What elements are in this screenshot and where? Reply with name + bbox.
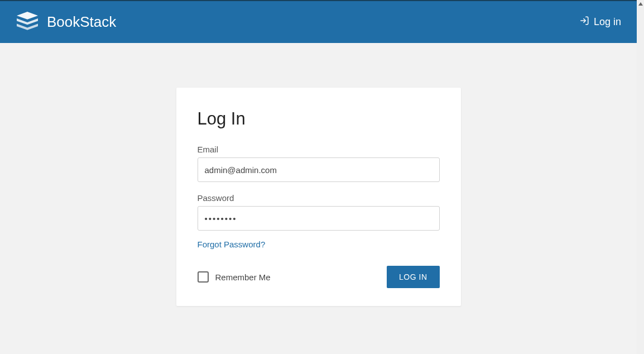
logo[interactable]: BookStack: [16, 12, 116, 33]
login-button[interactable]: LOG IN: [387, 266, 439, 288]
remember-me-toggle[interactable]: Remember Me: [198, 271, 271, 283]
remember-me-label: Remember Me: [215, 272, 271, 282]
email-label: Email: [198, 145, 440, 154]
forgot-password-link[interactable]: Forgot Password?: [198, 240, 266, 249]
login-title: Log In: [198, 109, 440, 129]
password-group: Password: [198, 193, 440, 240]
bookstack-logo-icon: [16, 12, 39, 33]
main-content: Log In Email Password Forgot Password? R…: [0, 43, 637, 306]
password-field[interactable]: [198, 206, 440, 231]
login-card: Log In Email Password Forgot Password? R…: [176, 88, 461, 306]
app-name: BookStack: [47, 13, 116, 31]
checkbox-icon: [198, 271, 209, 283]
scrollbar[interactable]: [637, 0, 644, 354]
header-login-link[interactable]: Log in: [579, 16, 621, 28]
app-header: BookStack Log in: [0, 1, 637, 43]
email-group: Email: [198, 145, 440, 193]
password-label: Password: [198, 193, 440, 203]
header-login-label: Log in: [594, 16, 621, 28]
login-icon: [579, 16, 589, 28]
scrollbar-up-icon[interactable]: [637, 0, 644, 7]
email-field[interactable]: [198, 157, 440, 182]
form-footer: Remember Me LOG IN: [198, 266, 440, 288]
